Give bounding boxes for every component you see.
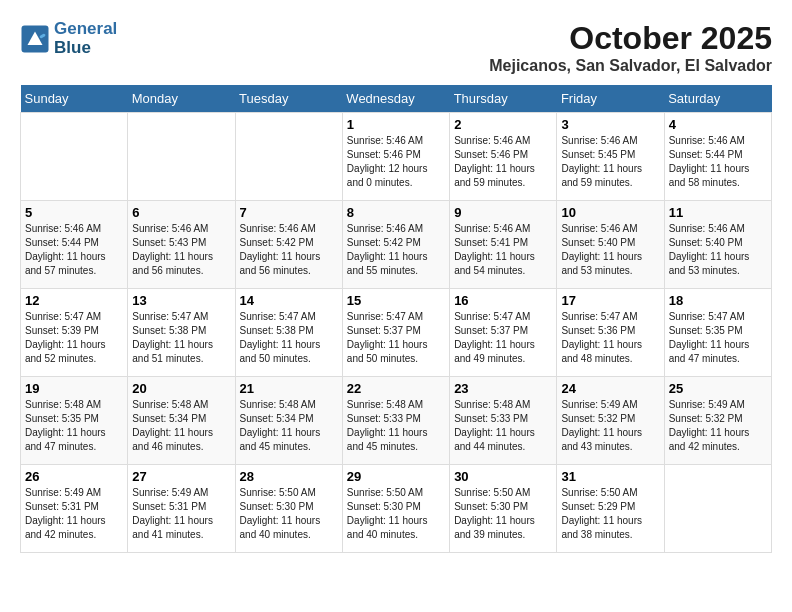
calendar-cell: 12Sunrise: 5:47 AM Sunset: 5:39 PM Dayli…: [21, 289, 128, 377]
day-number: 23: [454, 381, 552, 396]
calendar-cell: 29Sunrise: 5:50 AM Sunset: 5:30 PM Dayli…: [342, 465, 449, 553]
calendar-cell: 4Sunrise: 5:46 AM Sunset: 5:44 PM Daylig…: [664, 113, 771, 201]
calendar-cell: 18Sunrise: 5:47 AM Sunset: 5:35 PM Dayli…: [664, 289, 771, 377]
calendar-cell: 30Sunrise: 5:50 AM Sunset: 5:30 PM Dayli…: [450, 465, 557, 553]
calendar-cell: 1Sunrise: 5:46 AM Sunset: 5:46 PM Daylig…: [342, 113, 449, 201]
calendar-cell: 23Sunrise: 5:48 AM Sunset: 5:33 PM Dayli…: [450, 377, 557, 465]
day-info: Sunrise: 5:46 AM Sunset: 5:43 PM Dayligh…: [132, 222, 230, 278]
day-info: Sunrise: 5:46 AM Sunset: 5:45 PM Dayligh…: [561, 134, 659, 190]
day-info: Sunrise: 5:46 AM Sunset: 5:44 PM Dayligh…: [25, 222, 123, 278]
day-number: 4: [669, 117, 767, 132]
calendar-cell: 10Sunrise: 5:46 AM Sunset: 5:40 PM Dayli…: [557, 201, 664, 289]
day-info: Sunrise: 5:46 AM Sunset: 5:42 PM Dayligh…: [240, 222, 338, 278]
calendar-cell: 3Sunrise: 5:46 AM Sunset: 5:45 PM Daylig…: [557, 113, 664, 201]
day-number: 28: [240, 469, 338, 484]
weekday-header-row: SundayMondayTuesdayWednesdayThursdayFrid…: [21, 85, 772, 113]
day-info: Sunrise: 5:50 AM Sunset: 5:30 PM Dayligh…: [240, 486, 338, 542]
day-number: 16: [454, 293, 552, 308]
calendar-cell: [128, 113, 235, 201]
day-number: 5: [25, 205, 123, 220]
calendar-cell: 16Sunrise: 5:47 AM Sunset: 5:37 PM Dayli…: [450, 289, 557, 377]
day-info: Sunrise: 5:48 AM Sunset: 5:35 PM Dayligh…: [25, 398, 123, 454]
day-number: 2: [454, 117, 552, 132]
calendar-cell: 14Sunrise: 5:47 AM Sunset: 5:38 PM Dayli…: [235, 289, 342, 377]
calendar-cell: 26Sunrise: 5:49 AM Sunset: 5:31 PM Dayli…: [21, 465, 128, 553]
day-number: 12: [25, 293, 123, 308]
calendar-cell: 9Sunrise: 5:46 AM Sunset: 5:41 PM Daylig…: [450, 201, 557, 289]
calendar-cell: [235, 113, 342, 201]
day-number: 3: [561, 117, 659, 132]
day-info: Sunrise: 5:50 AM Sunset: 5:30 PM Dayligh…: [347, 486, 445, 542]
day-info: Sunrise: 5:47 AM Sunset: 5:35 PM Dayligh…: [669, 310, 767, 366]
day-number: 21: [240, 381, 338, 396]
month-title: October 2025: [489, 20, 772, 57]
day-number: 25: [669, 381, 767, 396]
logo-icon: [20, 24, 50, 54]
day-info: Sunrise: 5:47 AM Sunset: 5:37 PM Dayligh…: [347, 310, 445, 366]
title-section: October 2025 Mejicanos, San Salvador, El…: [489, 20, 772, 75]
calendar-cell: 31Sunrise: 5:50 AM Sunset: 5:29 PM Dayli…: [557, 465, 664, 553]
weekday-header: Tuesday: [235, 85, 342, 113]
calendar-cell: 13Sunrise: 5:47 AM Sunset: 5:38 PM Dayli…: [128, 289, 235, 377]
calendar-cell: 8Sunrise: 5:46 AM Sunset: 5:42 PM Daylig…: [342, 201, 449, 289]
header: General Blue October 2025 Mejicanos, San…: [20, 20, 772, 75]
logo: General Blue: [20, 20, 117, 57]
weekday-header: Sunday: [21, 85, 128, 113]
day-info: Sunrise: 5:48 AM Sunset: 5:34 PM Dayligh…: [240, 398, 338, 454]
calendar-week-row: 5Sunrise: 5:46 AM Sunset: 5:44 PM Daylig…: [21, 201, 772, 289]
calendar-week-row: 1Sunrise: 5:46 AM Sunset: 5:46 PM Daylig…: [21, 113, 772, 201]
calendar-cell: 21Sunrise: 5:48 AM Sunset: 5:34 PM Dayli…: [235, 377, 342, 465]
calendar-cell: 22Sunrise: 5:48 AM Sunset: 5:33 PM Dayli…: [342, 377, 449, 465]
day-info: Sunrise: 5:47 AM Sunset: 5:36 PM Dayligh…: [561, 310, 659, 366]
calendar-cell: 15Sunrise: 5:47 AM Sunset: 5:37 PM Dayli…: [342, 289, 449, 377]
day-info: Sunrise: 5:50 AM Sunset: 5:29 PM Dayligh…: [561, 486, 659, 542]
weekday-header: Wednesday: [342, 85, 449, 113]
calendar-cell: 5Sunrise: 5:46 AM Sunset: 5:44 PM Daylig…: [21, 201, 128, 289]
day-number: 15: [347, 293, 445, 308]
day-info: Sunrise: 5:48 AM Sunset: 5:33 PM Dayligh…: [454, 398, 552, 454]
day-number: 27: [132, 469, 230, 484]
day-info: Sunrise: 5:48 AM Sunset: 5:34 PM Dayligh…: [132, 398, 230, 454]
day-info: Sunrise: 5:47 AM Sunset: 5:38 PM Dayligh…: [132, 310, 230, 366]
day-info: Sunrise: 5:47 AM Sunset: 5:37 PM Dayligh…: [454, 310, 552, 366]
day-info: Sunrise: 5:46 AM Sunset: 5:40 PM Dayligh…: [669, 222, 767, 278]
calendar-cell: [21, 113, 128, 201]
calendar-cell: 20Sunrise: 5:48 AM Sunset: 5:34 PM Dayli…: [128, 377, 235, 465]
calendar-cell: 6Sunrise: 5:46 AM Sunset: 5:43 PM Daylig…: [128, 201, 235, 289]
calendar-week-row: 19Sunrise: 5:48 AM Sunset: 5:35 PM Dayli…: [21, 377, 772, 465]
calendar-cell: 7Sunrise: 5:46 AM Sunset: 5:42 PM Daylig…: [235, 201, 342, 289]
day-number: 9: [454, 205, 552, 220]
calendar-table: SundayMondayTuesdayWednesdayThursdayFrid…: [20, 85, 772, 553]
day-number: 18: [669, 293, 767, 308]
day-number: 31: [561, 469, 659, 484]
day-number: 10: [561, 205, 659, 220]
weekday-header: Saturday: [664, 85, 771, 113]
day-info: Sunrise: 5:49 AM Sunset: 5:31 PM Dayligh…: [25, 486, 123, 542]
weekday-header: Friday: [557, 85, 664, 113]
day-number: 14: [240, 293, 338, 308]
calendar-cell: 25Sunrise: 5:49 AM Sunset: 5:32 PM Dayli…: [664, 377, 771, 465]
weekday-header: Monday: [128, 85, 235, 113]
day-info: Sunrise: 5:46 AM Sunset: 5:42 PM Dayligh…: [347, 222, 445, 278]
day-number: 20: [132, 381, 230, 396]
day-info: Sunrise: 5:46 AM Sunset: 5:46 PM Dayligh…: [454, 134, 552, 190]
day-number: 30: [454, 469, 552, 484]
day-info: Sunrise: 5:46 AM Sunset: 5:44 PM Dayligh…: [669, 134, 767, 190]
day-info: Sunrise: 5:47 AM Sunset: 5:38 PM Dayligh…: [240, 310, 338, 366]
day-number: 8: [347, 205, 445, 220]
weekday-header: Thursday: [450, 85, 557, 113]
day-number: 17: [561, 293, 659, 308]
day-info: Sunrise: 5:46 AM Sunset: 5:41 PM Dayligh…: [454, 222, 552, 278]
location-title: Mejicanos, San Salvador, El Salvador: [489, 57, 772, 75]
calendar-cell: 11Sunrise: 5:46 AM Sunset: 5:40 PM Dayli…: [664, 201, 771, 289]
calendar-cell: 19Sunrise: 5:48 AM Sunset: 5:35 PM Dayli…: [21, 377, 128, 465]
calendar-cell: 27Sunrise: 5:49 AM Sunset: 5:31 PM Dayli…: [128, 465, 235, 553]
logo-text: General Blue: [54, 20, 117, 57]
day-number: 26: [25, 469, 123, 484]
day-number: 11: [669, 205, 767, 220]
day-info: Sunrise: 5:48 AM Sunset: 5:33 PM Dayligh…: [347, 398, 445, 454]
calendar-cell: 24Sunrise: 5:49 AM Sunset: 5:32 PM Dayli…: [557, 377, 664, 465]
day-info: Sunrise: 5:46 AM Sunset: 5:40 PM Dayligh…: [561, 222, 659, 278]
day-number: 29: [347, 469, 445, 484]
calendar-cell: 2Sunrise: 5:46 AM Sunset: 5:46 PM Daylig…: [450, 113, 557, 201]
